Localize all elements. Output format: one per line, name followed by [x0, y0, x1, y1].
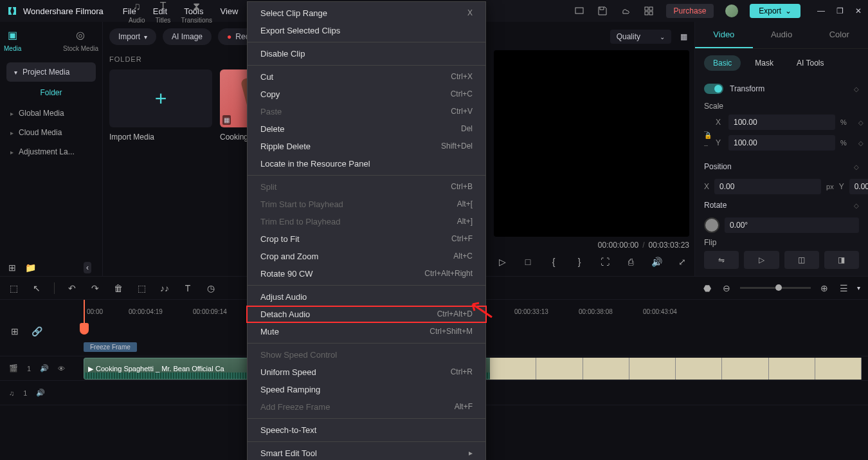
tl-layout-icon[interactable]: ⬚: [8, 282, 19, 294]
tl-text-icon[interactable]: T: [182, 282, 194, 294]
tab-stock[interactable]: ◎Stock Media: [63, 27, 98, 52]
keyframe-icon[interactable]: ◇: [858, 140, 863, 147]
cm-speed-ramping[interactable]: Speed Ramping: [248, 381, 485, 398]
cm-delete[interactable]: DeleteDel: [248, 120, 485, 138]
cm-locate[interactable]: Locate in the Resource Panel: [248, 155, 485, 172]
chevron-down-icon[interactable]: ▾: [857, 284, 860, 291]
keyframe-icon[interactable]: ◇: [854, 202, 859, 209]
sidebar-item-global[interactable]: Global Media: [0, 104, 102, 123]
cm-detach-audio[interactable]: Detach AudioCtrl+Alt+D: [246, 306, 487, 323]
tab-audio[interactable]: ♫Audio: [129, 0, 145, 24]
tl-undo-icon[interactable]: ↶: [66, 282, 78, 294]
cm-speech-to-text[interactable]: Speech-to-Text: [248, 421, 485, 439]
stop-button[interactable]: □: [522, 256, 534, 268]
apps-icon[interactable]: [643, 5, 655, 17]
tl-marker-icon[interactable]: ⬣: [701, 282, 713, 294]
cm-smart-edit[interactable]: Smart Edit Tool▸: [248, 445, 485, 460]
cm-rotate90[interactable]: Rotate 90 CWCtrl+Alt+Right: [248, 265, 485, 282]
tl-speed-icon[interactable]: ◷: [205, 282, 217, 294]
prop-tab-video[interactable]: Video: [695, 22, 753, 48]
tl-ripple-icon[interactable]: ⊞: [9, 326, 21, 337]
cm-crop-fit[interactable]: Crop to FitCtrl+F: [248, 230, 485, 248]
freeze-frame-tag[interactable]: Freeze Frame: [84, 342, 137, 352]
prop-tab-audio[interactable]: Audio: [753, 22, 811, 48]
export-button[interactable]: Export⌄: [750, 4, 800, 18]
pos-x-input[interactable]: [714, 179, 821, 194]
mute-track-icon[interactable]: 🔊: [40, 364, 49, 373]
flip-v-button[interactable]: ▷: [744, 251, 779, 269]
zoom-in-icon[interactable]: ⊕: [818, 282, 830, 294]
cm-adjust-audio[interactable]: Adjust Audio: [248, 288, 485, 306]
folder-icon[interactable]: 📁: [24, 262, 36, 273]
cloud-icon[interactable]: [620, 5, 631, 17]
tab-titles[interactable]: TTitles: [156, 0, 171, 24]
snapshot-preview-icon[interactable]: ▦: [678, 31, 689, 42]
project-media-button[interactable]: ▾Project Media: [6, 62, 96, 82]
purchase-button[interactable]: Purchase: [666, 4, 714, 18]
transform-toggle[interactable]: [704, 84, 723, 94]
play-button[interactable]: ▷: [496, 256, 508, 268]
menu-view[interactable]: View: [220, 6, 238, 16]
preview-viewport[interactable]: [494, 50, 689, 237]
rotate-knob[interactable]: [704, 217, 719, 233]
cm-export-selected[interactable]: Export Selected Clips: [248, 22, 485, 39]
import-media-card[interactable]: + Import Media: [109, 69, 212, 142]
tl-list-icon[interactable]: ☰: [838, 282, 849, 294]
prop-subtab-mask[interactable]: Mask: [746, 55, 782, 71]
tab-transitions[interactable]: ⧗Transitions: [181, 0, 213, 24]
tl-crop-icon[interactable]: ⬚: [136, 282, 147, 294]
tl-cursor-icon[interactable]: ↖: [31, 282, 42, 294]
pos-y-input[interactable]: [849, 179, 868, 194]
tl-music-icon[interactable]: ♪♪: [159, 282, 170, 294]
collapse-sidebar-button[interactable]: ‹: [84, 262, 91, 273]
sidebar-item-adjustment[interactable]: Adjustment La...: [0, 142, 102, 161]
tl-link-icon[interactable]: 🔗: [31, 326, 42, 337]
sidebar-item-cloud[interactable]: Cloud Media: [0, 123, 102, 142]
playhead[interactable]: [84, 300, 85, 323]
tl-delete-icon[interactable]: 🗑: [113, 282, 124, 294]
cm-uniform-speed[interactable]: Uniform SpeedCtrl+R: [248, 363, 485, 381]
minimize-button[interactable]: ―: [817, 6, 825, 15]
tab-media[interactable]: ▣Media: [4, 27, 21, 52]
import-button[interactable]: Import▾: [109, 28, 156, 45]
zoom-slider[interactable]: [740, 287, 811, 289]
cm-ripple-delete[interactable]: Ripple DeleteShift+Del: [248, 138, 485, 155]
zoom-out-icon[interactable]: ⊖: [721, 282, 732, 294]
link-icon[interactable]: ⎯🔒⎯: [704, 125, 712, 146]
expand-button[interactable]: ⤢: [676, 256, 688, 268]
snapshot-button[interactable]: ⎙: [625, 256, 637, 268]
mute-audio-icon[interactable]: 🔊: [36, 389, 45, 397]
flip-h-button[interactable]: ⇋: [704, 251, 739, 269]
prop-subtab-basic[interactable]: Basic: [704, 55, 741, 71]
cm-crop-zoom[interactable]: Crop and ZoomAlt+C: [248, 248, 485, 265]
scale-y-input[interactable]: [728, 135, 835, 151]
cm-cut[interactable]: CutCtrl+X: [248, 68, 485, 86]
prop-subtab-ai[interactable]: AI Tools: [788, 55, 833, 71]
cm-copy[interactable]: CopyCtrl+C: [248, 86, 485, 103]
prop-tab-color[interactable]: Color: [810, 22, 868, 48]
user-avatar[interactable]: [725, 5, 738, 17]
save-icon[interactable]: [597, 5, 608, 17]
keyframe-icon[interactable]: ◇: [854, 86, 859, 93]
flip-3-button[interactable]: ◫: [784, 251, 819, 269]
cm-mute[interactable]: MuteCtrl+Shift+M: [248, 323, 485, 340]
screen-icon[interactable]: [574, 5, 585, 17]
new-folder-icon[interactable]: ⊞: [6, 262, 18, 273]
keyframe-icon[interactable]: ◇: [858, 119, 863, 126]
tl-redo-icon[interactable]: ↷: [89, 282, 101, 294]
volume-button[interactable]: 🔊: [651, 256, 662, 268]
cm-disable-clip[interactable]: Disable Clip: [248, 45, 485, 62]
scale-x-input[interactable]: [728, 115, 835, 130]
flip-4-button[interactable]: ◨: [824, 251, 859, 269]
quality-select[interactable]: Quality⌄: [610, 30, 671, 44]
keyframe-icon[interactable]: ◇: [854, 163, 859, 170]
mark-in-button[interactable]: {: [548, 256, 559, 268]
mark-out-button[interactable]: }: [574, 256, 585, 268]
fullscreen-button[interactable]: ⛶: [599, 256, 611, 268]
cm-select-range[interactable]: Select Clip RangeX: [248, 5, 485, 22]
rotate-input[interactable]: [725, 217, 859, 233]
close-button[interactable]: ✕: [855, 6, 862, 15]
visibility-icon[interactable]: 👁: [58, 365, 65, 373]
ai-image-button[interactable]: AI Image: [163, 28, 212, 45]
maximize-button[interactable]: ❐: [836, 6, 844, 15]
